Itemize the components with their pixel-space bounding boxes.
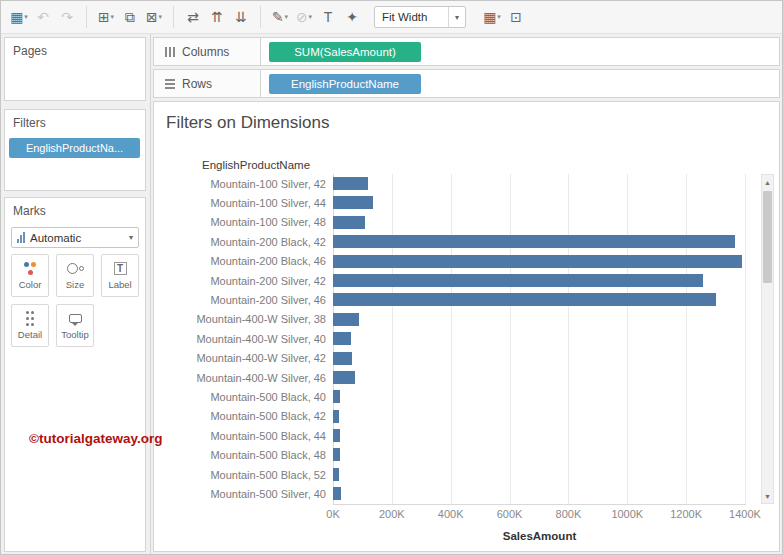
chevron-down-icon: ▾ (309, 13, 313, 21)
scroll-up-icon[interactable]: ▲ (762, 175, 773, 189)
size-button-label: Size (66, 279, 84, 290)
columns-icon (165, 47, 175, 57)
row-label[interactable]: Mountain-100 Silver, 48 (154, 216, 333, 228)
detail-icon (26, 311, 34, 326)
bar[interactable] (333, 468, 339, 481)
bar-area (333, 290, 746, 309)
mark-type-dropdown[interactable]: Automatic ▾ (11, 227, 139, 248)
scrollbar-thumb[interactable] (763, 191, 772, 283)
bar[interactable] (333, 313, 359, 326)
bar[interactable] (333, 487, 341, 500)
bar-area (333, 349, 746, 368)
row-label[interactable]: Mountain-500 Black, 40 (154, 391, 333, 403)
row-label[interactable]: Mountain-500 Black, 44 (154, 430, 333, 442)
row-label[interactable]: Mountain-500 Black, 52 (154, 469, 333, 481)
toolbar-separator (173, 6, 174, 28)
sort-ascending-icon[interactable]: ⇈ (205, 4, 229, 30)
bar[interactable] (333, 429, 340, 442)
pill-sum-salesamount[interactable]: SUM(SalesAmount) (269, 42, 421, 62)
scroll-down-icon[interactable]: ▼ (762, 489, 773, 503)
bar-area (333, 426, 746, 445)
bar[interactable] (333, 390, 340, 403)
bar[interactable] (333, 352, 352, 365)
highlight-icon[interactable]: ✎▾ (268, 4, 292, 30)
bar[interactable] (333, 410, 339, 423)
bar[interactable] (333, 235, 735, 248)
row-label[interactable]: Mountain-200 Silver, 46 (154, 294, 333, 306)
color-button[interactable]: Color (11, 254, 49, 297)
row-label[interactable]: Mountain-500 Silver, 40 (154, 488, 333, 500)
columns-shelf-label: Columns (182, 45, 229, 59)
show-mark-labels-icon[interactable]: ✦ (340, 4, 364, 30)
tooltip-button-label: Tooltip (61, 329, 88, 340)
row-label[interactable]: Mountain-500 Black, 42 (154, 410, 333, 422)
chart-row: Mountain-400-W Silver, 46 (154, 368, 746, 387)
label-button[interactable]: TLabel (101, 254, 139, 297)
rows-shelf[interactable]: Rows EnglishProductName (153, 69, 780, 98)
row-label[interactable]: Mountain-100 Silver, 44 (154, 197, 333, 209)
row-label[interactable]: Mountain-200 Black, 42 (154, 236, 333, 248)
new-worksheet-icon[interactable]: ⊞▾ (94, 4, 118, 30)
detail-button[interactable]: Detail (11, 304, 49, 347)
row-label[interactable]: Mountain-400-W Silver, 38 (154, 313, 333, 325)
bar-area (333, 271, 746, 290)
chart-row: Mountain-500 Black, 52 (154, 465, 746, 484)
bar[interactable] (333, 332, 351, 345)
bar[interactable] (333, 274, 703, 287)
bar[interactable] (333, 448, 340, 461)
row-label[interactable]: Mountain-200 Silver, 42 (154, 275, 333, 287)
fit-dropdown[interactable]: Fit Width▾ (374, 6, 466, 28)
row-label[interactable]: Mountain-500 Black, 48 (154, 449, 333, 461)
fit-dropdown-label: Fit Width (375, 11, 448, 23)
marks-label: Marks (5, 198, 145, 222)
swap-rows-columns-icon[interactable]: ⇄ (181, 4, 205, 30)
pill-englishproductname[interactable]: EnglishProductName (269, 74, 421, 94)
bar-chart-icon (17, 232, 25, 243)
row-label[interactable]: Mountain-400-W Silver, 42 (154, 352, 333, 364)
bar[interactable] (333, 196, 373, 209)
x-tick-label: 1400K (729, 508, 761, 520)
toolbar: ▦▾↶↷⊞▾⧉⊠▾⇄⇈⇊✎▾⊘▾T✦Fit Width▾▦▾⊡ (1, 1, 782, 34)
toolbar-separator (86, 6, 87, 28)
chevron-down-icon: ▾ (129, 233, 133, 242)
row-label[interactable]: Mountain-200 Black, 46 (154, 255, 333, 267)
detail-button-label: Detail (18, 329, 42, 340)
show-cards-icon[interactable]: ▦▾ (480, 4, 504, 30)
bar-area (333, 465, 746, 484)
columns-shelf[interactable]: Columns SUM(SalesAmount) (153, 37, 780, 66)
row-label[interactable]: Mountain-400-W Silver, 40 (154, 333, 333, 345)
bar-area (333, 174, 746, 193)
chevron-down-icon: ▾ (24, 13, 28, 21)
format-icon: ⊘▾ (292, 4, 316, 30)
tooltip-button[interactable]: Tooltip (56, 304, 94, 347)
bar-area (333, 407, 746, 426)
presentation-mode-icon[interactable]: ⊡ (504, 4, 528, 30)
bar[interactable] (333, 255, 742, 268)
vertical-scrollbar[interactable]: ▲ ▼ (761, 174, 774, 504)
bar[interactable] (333, 216, 365, 229)
row-label[interactable]: Mountain-400-W Silver, 46 (154, 372, 333, 384)
pages-shelf[interactable]: Pages (4, 37, 146, 101)
clear-sheet-icon[interactable]: ⊠▾ (142, 4, 166, 30)
size-button[interactable]: Size (56, 254, 94, 297)
rows-shelf-header: Rows (154, 70, 261, 97)
filter-pill-englishproductname[interactable]: EnglishProductNa... (9, 138, 140, 158)
text-label-icon[interactable]: T (316, 4, 340, 30)
bar[interactable] (333, 371, 355, 384)
sort-descending-icon[interactable]: ⇊ (229, 4, 253, 30)
bar[interactable] (333, 177, 368, 190)
marks-buttons: ColorSizeTLabelDetailTooltip (11, 254, 141, 347)
row-label[interactable]: Mountain-100 Silver, 42 (154, 178, 333, 190)
chart-row: Mountain-500 Black, 40 (154, 387, 746, 406)
bar[interactable] (333, 293, 716, 306)
start-page-icon[interactable]: ▦▾ (7, 4, 31, 30)
sidebar: Pages Filters EnglishProductNa... Marks … (1, 34, 151, 554)
chart-row: Mountain-100 Silver, 48 (154, 213, 746, 232)
bar-area (333, 232, 746, 251)
color-icon (24, 261, 37, 276)
filters-label: Filters (5, 110, 145, 134)
marks-card: Marks Automatic ▾ ColorSizeTLabelDetailT… (4, 197, 146, 552)
undo-icon: ↶ (31, 4, 55, 30)
filters-shelf[interactable]: Filters EnglishProductNa... (4, 109, 146, 191)
duplicate-sheet-icon[interactable]: ⧉ (118, 4, 142, 30)
